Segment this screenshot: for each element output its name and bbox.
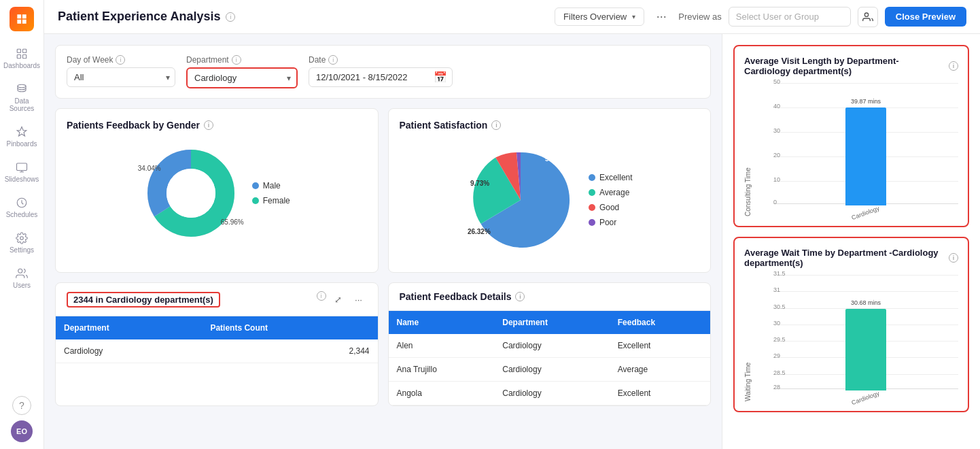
donut-chart-container: 34.04% 65.96% Male Female	[67, 139, 367, 248]
day-of-week-select[interactable]: All	[67, 67, 175, 87]
header-left: Patient Experience Analysis i	[58, 10, 235, 24]
feedback-details-title: Patient Feedback Details i	[400, 291, 525, 302]
sidebar-item-dashboards[interactable]: Dashboards	[3, 42, 41, 75]
department-select[interactable]: Cardiology	[188, 69, 296, 87]
header-right: Filters Overview ▾ ··· Preview as Select…	[555, 7, 966, 27]
visit-grid: 50 40 30 20 10 0 39.87 mins	[773, 83, 958, 205]
name-cell: Ana Trujillo	[389, 358, 495, 382]
tables-row: 2344 in Cardiology department(s) i ⤢ ···…	[55, 282, 711, 406]
table-row: Ana Trujillo Cardiology Average	[389, 358, 711, 382]
svg-rect-1	[23, 49, 27, 52]
satisfaction-legend: Excellent Average Good	[589, 173, 633, 227]
average-dot	[589, 189, 595, 196]
help-button[interactable]: ?	[12, 396, 31, 415]
excellent-pie-label: 55.55%	[545, 155, 568, 163]
patients-count-info-icon: i	[317, 291, 326, 301]
visit-chart-wrapper: Consulting Time 50 40 30 20 10 0	[744, 83, 958, 216]
department-select-wrapper: Cardiology	[186, 67, 298, 88]
wait-bar-label: Cardiology	[851, 390, 881, 406]
sidebar-label-pinboards: Pinboards	[6, 140, 37, 148]
feedback-details-table: Name Department Feedback Alen Cardiology…	[389, 311, 711, 405]
wait-info-icon: i	[949, 253, 958, 263]
count-cell: 2,344	[202, 339, 377, 363]
name-cell: Angola	[389, 382, 495, 405]
col-feedback-dept: Department	[494, 311, 609, 334]
sidebar-item-pinboards[interactable]: Pinboards	[3, 120, 41, 153]
patients-count-title: 2344 in Cardiology department(s)	[67, 292, 220, 307]
male-dot	[252, 182, 259, 189]
visit-y-label: Consulting Time	[744, 83, 752, 216]
department-filter: Department i Cardiology	[186, 55, 298, 88]
satisfaction-pie: 55.55% 26.32% 9.73%	[466, 146, 575, 254]
wait-bar	[845, 309, 886, 390]
filters-overview-button[interactable]: Filters Overview ▾	[555, 7, 644, 26]
svg-rect-0	[17, 49, 20, 52]
avg-wait-time-title: Average Wait Time by Department -Cardiol…	[744, 248, 958, 268]
legend-male: Male	[252, 181, 290, 190]
sidebar-item-users[interactable]: Users	[3, 262, 41, 295]
date-input[interactable]	[309, 67, 453, 87]
visit-info-icon: i	[949, 61, 958, 71]
svg-rect-5	[17, 163, 27, 171]
svg-point-4	[18, 84, 26, 88]
legend-average: Average	[589, 188, 633, 197]
visit-bar-wrapper: 39.87 mins	[845, 98, 886, 205]
wait-y-label: Waiting Time	[744, 275, 752, 401]
sidebar-label-data-sources: Data Sources	[7, 97, 37, 112]
col-feedback: Feedback	[610, 311, 710, 334]
name-cell: Alen	[389, 334, 495, 358]
avg-visit-length-title: Average Visit Length by Department-Cardi…	[744, 56, 958, 76]
day-of-week-label: Day of Week i	[67, 55, 175, 65]
satisfaction-chart-container: 55.55% 26.32% 9.73% Excellent Avera	[400, 139, 700, 261]
sidebar-item-slideshows[interactable]: Slideshows	[3, 156, 41, 188]
close-preview-button[interactable]: Close Preview	[885, 7, 966, 27]
visit-bar-area: 50 40 30 20 10 0 39.87 mins	[753, 83, 958, 205]
sidebar-label-slideshows: Slideshows	[5, 176, 39, 183]
select-user-dropdown[interactable]: Select User or Group	[729, 7, 851, 27]
excellent-dot	[589, 174, 595, 181]
user-icon-button[interactable]	[858, 7, 878, 27]
sidebar-label-settings: Settings	[10, 246, 34, 254]
sidebar-item-settings[interactable]: Settings	[3, 227, 41, 259]
dept-cell: Cardiology	[494, 358, 609, 382]
gender-info-icon: i	[204, 120, 213, 130]
department-label: Department i	[186, 55, 298, 65]
day-of-week-select-wrapper: All	[67, 67, 175, 87]
female-dot	[252, 197, 259, 204]
sidebar: Dashboards Data Sources Pinboards Slides…	[0, 0, 44, 449]
col-patients-count: Patients Count	[202, 316, 377, 339]
svg-point-13	[167, 169, 215, 218]
chevron-down-icon: ▾	[632, 13, 635, 20]
calendar-icon[interactable]: 📅	[434, 71, 447, 84]
gender-feedback-title: Patients Feedback by Gender i	[67, 120, 367, 131]
content-area: Day of Week i All Department i	[44, 34, 980, 449]
title-info-icon: i	[226, 12, 235, 22]
good-dot	[589, 204, 595, 211]
right-panel: Average Visit Length by Department-Cardi…	[722, 34, 980, 449]
table-header-row: Department Patients Count	[56, 316, 378, 339]
sidebar-label-dashboards: Dashboards	[3, 62, 40, 69]
visit-x-label: Cardiology	[753, 208, 958, 216]
patients-count-table: Department Patients Count Cardiology 2,3…	[56, 316, 378, 363]
average-pie-label: 26.32%	[468, 228, 491, 235]
sidebar-label-users: Users	[13, 282, 31, 289]
avatar[interactable]: EO	[11, 420, 33, 442]
more-options-table-button[interactable]: ···	[351, 291, 367, 307]
good-pie-label: 9.73%	[470, 180, 489, 187]
more-options-button[interactable]: ···	[651, 7, 671, 27]
app-logo[interactable]	[10, 7, 34, 31]
sidebar-item-schedules[interactable]: Schedules	[3, 191, 41, 224]
female-pct-label: 65.96%	[221, 218, 244, 226]
main-area: Patient Experience Analysis i Filters Ov…	[44, 0, 980, 449]
svg-rect-3	[23, 55, 27, 59]
expand-button[interactable]: ⤢	[330, 291, 347, 307]
sidebar-item-data-sources[interactable]: Data Sources	[3, 78, 41, 118]
filters-row: Day of Week i All Department i	[55, 45, 711, 99]
col-department: Department	[56, 316, 202, 339]
visit-bar-label: Cardiology	[851, 205, 881, 221]
wait-chart-wrapper: Waiting Time 31.5 31 30.5 30 29.5 29 28.…	[744, 275, 958, 401]
donut-chart: 34.04% 65.96%	[143, 146, 239, 241]
filters-overview-label: Filters Overview	[563, 12, 627, 22]
charts-row: Patients Feedback by Gender i	[55, 108, 711, 273]
dept-cell: Cardiology	[494, 334, 609, 358]
